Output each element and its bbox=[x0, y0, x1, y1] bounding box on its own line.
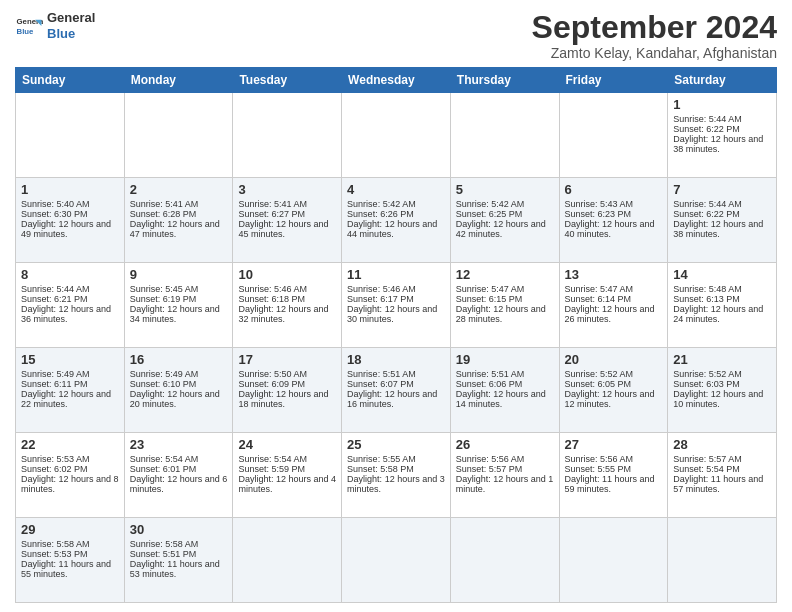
daylight-text: Daylight: 12 hours and 36 minutes. bbox=[21, 304, 111, 324]
day-number: 3 bbox=[238, 182, 336, 197]
daylight-text: Daylight: 12 hours and 30 minutes. bbox=[347, 304, 437, 324]
calendar-cell bbox=[16, 93, 125, 178]
day-number: 22 bbox=[21, 437, 119, 452]
day-number: 2 bbox=[130, 182, 228, 197]
daylight-text: Daylight: 12 hours and 12 minutes. bbox=[565, 389, 655, 409]
day-number: 25 bbox=[347, 437, 445, 452]
sunset-text: Sunset: 6:13 PM bbox=[673, 294, 740, 304]
calendar-cell: 20Sunrise: 5:52 AMSunset: 6:05 PMDayligh… bbox=[559, 348, 668, 433]
sunrise-text: Sunrise: 5:51 AM bbox=[456, 369, 525, 379]
sunset-text: Sunset: 6:10 PM bbox=[130, 379, 197, 389]
daylight-text: Daylight: 11 hours and 59 minutes. bbox=[565, 474, 655, 494]
day-number: 1 bbox=[21, 182, 119, 197]
title-section: September 2024 Zamto Kelay, Kandahar, Af… bbox=[532, 10, 777, 61]
calendar-cell: 21Sunrise: 5:52 AMSunset: 6:03 PMDayligh… bbox=[668, 348, 777, 433]
sunset-text: Sunset: 6:11 PM bbox=[21, 379, 88, 389]
day-number: 26 bbox=[456, 437, 554, 452]
day-number: 14 bbox=[673, 267, 771, 282]
day-header-sunday: Sunday bbox=[16, 68, 125, 93]
calendar-cell: 25Sunrise: 5:55 AMSunset: 5:58 PMDayligh… bbox=[342, 433, 451, 518]
calendar-table: SundayMondayTuesdayWednesdayThursdayFrid… bbox=[15, 67, 777, 603]
header: General Blue General Blue September 2024… bbox=[15, 10, 777, 61]
daylight-text: Daylight: 12 hours and 42 minutes. bbox=[456, 219, 546, 239]
sunrise-text: Sunrise: 5:57 AM bbox=[673, 454, 742, 464]
day-number: 11 bbox=[347, 267, 445, 282]
daylight-text: Daylight: 12 hours and 26 minutes. bbox=[565, 304, 655, 324]
sunrise-text: Sunrise: 5:52 AM bbox=[565, 369, 634, 379]
day-number: 10 bbox=[238, 267, 336, 282]
sunrise-text: Sunrise: 5:44 AM bbox=[673, 199, 742, 209]
calendar-cell: 22Sunrise: 5:53 AMSunset: 6:02 PMDayligh… bbox=[16, 433, 125, 518]
sunrise-text: Sunrise: 5:54 AM bbox=[238, 454, 307, 464]
calendar-cell: 14Sunrise: 5:48 AMSunset: 6:13 PMDayligh… bbox=[668, 263, 777, 348]
sunset-text: Sunset: 6:22 PM bbox=[673, 124, 740, 134]
calendar-cell: 7Sunrise: 5:44 AMSunset: 6:22 PMDaylight… bbox=[668, 178, 777, 263]
sunset-text: Sunset: 6:01 PM bbox=[130, 464, 197, 474]
sunset-text: Sunset: 6:02 PM bbox=[21, 464, 88, 474]
calendar-cell: 23Sunrise: 5:54 AMSunset: 6:01 PMDayligh… bbox=[124, 433, 233, 518]
sunrise-text: Sunrise: 5:43 AM bbox=[565, 199, 634, 209]
day-number: 18 bbox=[347, 352, 445, 367]
calendar-cell: 1Sunrise: 5:40 AMSunset: 6:30 PMDaylight… bbox=[16, 178, 125, 263]
sunset-text: Sunset: 6:27 PM bbox=[238, 209, 305, 219]
sunrise-text: Sunrise: 5:42 AM bbox=[456, 199, 525, 209]
calendar-cell bbox=[559, 93, 668, 178]
day-number: 29 bbox=[21, 522, 119, 537]
calendar-cell: 10Sunrise: 5:46 AMSunset: 6:18 PMDayligh… bbox=[233, 263, 342, 348]
calendar-cell bbox=[559, 518, 668, 603]
daylight-text: Daylight: 11 hours and 53 minutes. bbox=[130, 559, 220, 579]
sunrise-text: Sunrise: 5:45 AM bbox=[130, 284, 199, 294]
sunset-text: Sunset: 6:09 PM bbox=[238, 379, 305, 389]
calendar-week-5: 29Sunrise: 5:58 AMSunset: 5:53 PMDayligh… bbox=[16, 518, 777, 603]
calendar-cell: 9Sunrise: 5:45 AMSunset: 6:19 PMDaylight… bbox=[124, 263, 233, 348]
sunrise-text: Sunrise: 5:48 AM bbox=[673, 284, 742, 294]
calendar-cell bbox=[450, 93, 559, 178]
sunset-text: Sunset: 5:57 PM bbox=[456, 464, 523, 474]
sunset-text: Sunset: 5:54 PM bbox=[673, 464, 740, 474]
daylight-text: Daylight: 12 hours and 32 minutes. bbox=[238, 304, 328, 324]
calendar-cell: 26Sunrise: 5:56 AMSunset: 5:57 PMDayligh… bbox=[450, 433, 559, 518]
daylight-text: Daylight: 12 hours and 47 minutes. bbox=[130, 219, 220, 239]
daylight-text: Daylight: 12 hours and 28 minutes. bbox=[456, 304, 546, 324]
sunrise-text: Sunrise: 5:56 AM bbox=[456, 454, 525, 464]
daylight-text: Daylight: 12 hours and 3 minutes. bbox=[347, 474, 445, 494]
day-number: 27 bbox=[565, 437, 663, 452]
sunset-text: Sunset: 6:30 PM bbox=[21, 209, 88, 219]
sunset-text: Sunset: 5:55 PM bbox=[565, 464, 632, 474]
daylight-text: Daylight: 12 hours and 34 minutes. bbox=[130, 304, 220, 324]
calendar-cell bbox=[668, 518, 777, 603]
sunset-text: Sunset: 6:15 PM bbox=[456, 294, 523, 304]
sunset-text: Sunset: 6:03 PM bbox=[673, 379, 740, 389]
calendar-week-0: 1Sunrise: 5:44 AMSunset: 6:22 PMDaylight… bbox=[16, 93, 777, 178]
calendar-week-4: 22Sunrise: 5:53 AMSunset: 6:02 PMDayligh… bbox=[16, 433, 777, 518]
sunrise-text: Sunrise: 5:40 AM bbox=[21, 199, 90, 209]
calendar-cell: 19Sunrise: 5:51 AMSunset: 6:06 PMDayligh… bbox=[450, 348, 559, 433]
sunset-text: Sunset: 6:18 PM bbox=[238, 294, 305, 304]
calendar-week-2: 8Sunrise: 5:44 AMSunset: 6:21 PMDaylight… bbox=[16, 263, 777, 348]
sunset-text: Sunset: 6:28 PM bbox=[130, 209, 197, 219]
day-number: 8 bbox=[21, 267, 119, 282]
day-number: 24 bbox=[238, 437, 336, 452]
sunrise-text: Sunrise: 5:51 AM bbox=[347, 369, 416, 379]
sunrise-text: Sunrise: 5:46 AM bbox=[238, 284, 307, 294]
location-title: Zamto Kelay, Kandahar, Afghanistan bbox=[532, 45, 777, 61]
calendar-cell bbox=[233, 518, 342, 603]
daylight-text: Daylight: 12 hours and 8 minutes. bbox=[21, 474, 119, 494]
day-number: 30 bbox=[130, 522, 228, 537]
day-number: 13 bbox=[565, 267, 663, 282]
calendar-cell bbox=[124, 93, 233, 178]
logo-text-general: General bbox=[47, 10, 95, 26]
daylight-text: Daylight: 12 hours and 38 minutes. bbox=[673, 219, 763, 239]
calendar-cell: 3Sunrise: 5:41 AMSunset: 6:27 PMDaylight… bbox=[233, 178, 342, 263]
calendar-week-3: 15Sunrise: 5:49 AMSunset: 6:11 PMDayligh… bbox=[16, 348, 777, 433]
calendar-cell: 28Sunrise: 5:57 AMSunset: 5:54 PMDayligh… bbox=[668, 433, 777, 518]
daylight-text: Daylight: 12 hours and 18 minutes. bbox=[238, 389, 328, 409]
day-number: 21 bbox=[673, 352, 771, 367]
sunset-text: Sunset: 6:23 PM bbox=[565, 209, 632, 219]
daylight-text: Daylight: 12 hours and 1 minute. bbox=[456, 474, 554, 494]
calendar-cell: 18Sunrise: 5:51 AMSunset: 6:07 PMDayligh… bbox=[342, 348, 451, 433]
sunrise-text: Sunrise: 5:53 AM bbox=[21, 454, 90, 464]
day-number: 12 bbox=[456, 267, 554, 282]
calendar-cell: 16Sunrise: 5:49 AMSunset: 6:10 PMDayligh… bbox=[124, 348, 233, 433]
svg-text:Blue: Blue bbox=[17, 26, 35, 35]
